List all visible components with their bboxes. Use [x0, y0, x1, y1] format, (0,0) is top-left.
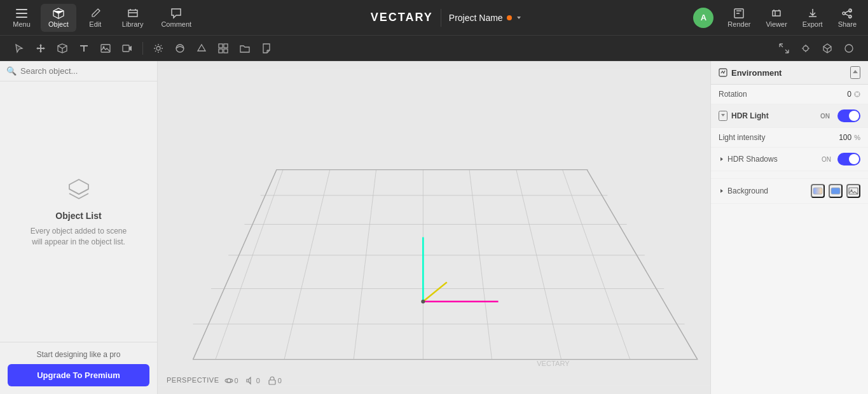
perspective-label: PERSPECTIVE	[167, 376, 219, 384]
image-bg-icon	[848, 186, 858, 196]
panel-collapse-button[interactable]	[850, 66, 860, 79]
sphere-mode-tool[interactable]	[840, 39, 858, 57]
cube-icon	[57, 43, 67, 53]
project-name[interactable]: Project Name	[449, 13, 522, 23]
bg-solid-button[interactable]	[829, 184, 843, 198]
object-list-desc: Every object added to scene will appear …	[28, 226, 130, 248]
search-input[interactable]	[20, 66, 151, 76]
promo-text: Start designing like a pro	[36, 350, 120, 359]
upgrade-button[interactable]: Upgrade To Premium	[8, 364, 149, 386]
background-label[interactable]: Background	[719, 186, 768, 195]
move-tool[interactable]	[32, 39, 50, 57]
object-list-empty: Object List Every object added to scene …	[0, 81, 157, 342]
folder-icon	[240, 43, 250, 53]
view-mode-icon	[801, 43, 811, 53]
svg-rect-18	[158, 70, 710, 385]
left-panel-bottom: Start designing like a pro Upgrade To Pr…	[0, 342, 157, 394]
background-icons	[811, 184, 860, 198]
nav-object[interactable]: Object	[41, 4, 76, 32]
comment-icon	[170, 8, 182, 19]
svg-rect-14	[219, 49, 223, 53]
light-intensity-value: %	[829, 133, 860, 142]
environment-title: Environment	[731, 68, 782, 78]
grid-tool[interactable]	[214, 39, 232, 57]
nav-library[interactable]: Library	[114, 4, 151, 32]
svg-rect-15	[224, 49, 228, 53]
avatar[interactable]: A	[693, 8, 713, 28]
gradient-icon	[813, 186, 823, 196]
x-value: 0	[235, 377, 238, 384]
toolbar	[0, 36, 868, 61]
lock-icon	[268, 376, 277, 385]
export-button[interactable]: Export	[796, 5, 829, 31]
right-panel: Environment Rotation	[710, 61, 868, 394]
project-status-dot	[507, 15, 512, 20]
chevron-down-icon	[516, 15, 522, 21]
hdr-shadows-label[interactable]: HDR Shadows	[719, 155, 778, 164]
view-mode-tool[interactable]	[797, 39, 815, 57]
video-icon	[122, 43, 132, 53]
bg-image-button[interactable]	[846, 184, 860, 198]
video-tool[interactable]	[118, 39, 136, 57]
left-panel: 🔍 Object List Every object added to scen…	[0, 61, 158, 394]
object-list-icon	[66, 176, 92, 206]
svg-rect-0	[16, 9, 27, 10]
render-button[interactable]: Render	[721, 5, 757, 31]
note-tool[interactable]	[258, 39, 275, 57]
svg-rect-13	[224, 44, 228, 48]
hdr-light-toggle[interactable]	[837, 109, 860, 122]
material-tool[interactable]	[171, 39, 189, 57]
3d-scene: VECTARY	[158, 61, 710, 394]
viewer-label: Viewer	[766, 20, 787, 28]
viewer-icon	[771, 8, 782, 19]
viewer-button[interactable]: Viewer	[759, 5, 793, 31]
hdr-shadows-on-label: ON	[822, 156, 831, 163]
chevron-down-small-icon	[720, 112, 726, 118]
rotation-value	[829, 90, 860, 99]
right-panel-header: Environment	[711, 61, 868, 85]
text-icon	[79, 43, 89, 53]
nav-edit[interactable]: Edit	[79, 4, 112, 32]
rotation-input[interactable]	[829, 90, 851, 99]
light-intensity-input[interactable]	[829, 133, 851, 142]
y-value: 0	[256, 377, 260, 384]
nav-menu[interactable]: Menu	[5, 4, 38, 32]
shape-tool[interactable]	[193, 39, 210, 57]
share-icon	[841, 8, 853, 19]
canvas-ctrl-x: 0	[224, 376, 238, 385]
cube-tool[interactable]	[53, 39, 71, 57]
canvas-area[interactable]: VECTARY PERSPECTIVE 0 0	[158, 61, 710, 394]
select-tool[interactable]	[10, 39, 28, 57]
image-tool[interactable]	[97, 39, 114, 57]
main-layout: 🔍 Object List Every object added to scen…	[0, 61, 868, 394]
transform-tool[interactable]	[775, 39, 793, 57]
export-label: Export	[803, 20, 823, 28]
image-icon	[100, 43, 111, 53]
hdr-light-expand[interactable]	[719, 111, 727, 121]
material-icon	[175, 43, 185, 53]
search-icon: 🔍	[6, 66, 17, 76]
chevron-right-bg-icon	[719, 188, 725, 194]
svg-point-16	[803, 46, 808, 51]
share-button[interactable]: Share	[832, 5, 863, 31]
nav-comment[interactable]: Comment	[153, 4, 199, 32]
text-tool[interactable]	[75, 39, 93, 57]
svg-rect-46	[813, 188, 822, 194]
chevron-right-icon	[719, 156, 725, 162]
nav-menu-label: Menu	[13, 20, 31, 28]
shape-icon	[196, 43, 207, 53]
nav-left: Menu Object Edit Library	[5, 4, 199, 32]
share-label: Share	[838, 20, 857, 28]
folder-tool[interactable]	[236, 39, 254, 57]
nav-library-label: Library	[122, 20, 144, 28]
light-tool[interactable]	[149, 39, 167, 57]
bg-gradient-button[interactable]	[811, 184, 825, 198]
percent-label: %	[854, 134, 860, 141]
hdr-shadows-row: HDR Shadows ON	[711, 148, 868, 171]
light-icon	[153, 43, 163, 53]
hdr-shadows-toggle[interactable]	[837, 153, 860, 165]
wireframe-tool[interactable]	[818, 39, 836, 57]
svg-point-42	[225, 379, 233, 383]
nav-object-label: Object	[48, 20, 69, 28]
logo-divider	[441, 9, 441, 27]
